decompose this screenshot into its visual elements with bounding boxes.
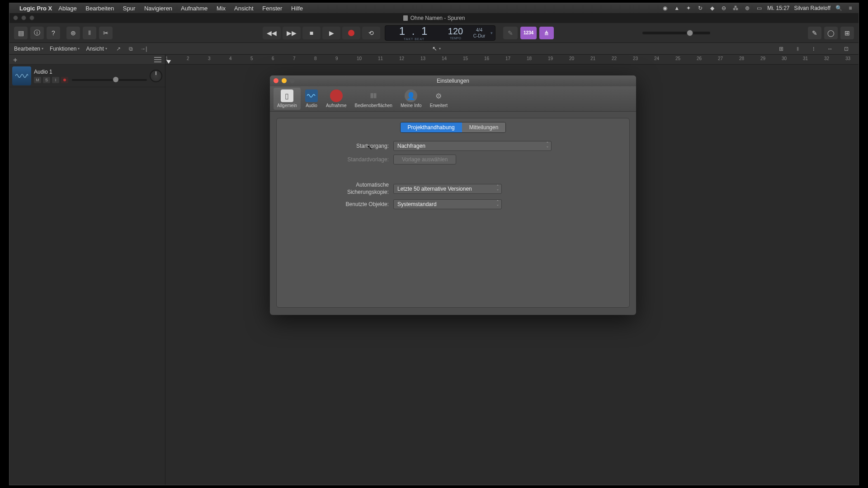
count-in-button[interactable]: 1234 bbox=[520, 27, 537, 39]
menu-extras-icon[interactable]: ≡ bbox=[847, 5, 854, 11]
flex-icon[interactable]: ⧉ bbox=[126, 45, 136, 53]
subtab-projekthandhabung[interactable]: Projekthandhabung bbox=[401, 122, 462, 132]
window-title: Ohne Namen - Spuren bbox=[410, 15, 465, 21]
editors-button[interactable]: ✂ bbox=[99, 27, 113, 39]
stop-button[interactable]: ■ bbox=[302, 27, 321, 39]
lcd-tempo[interactable]: 120 bbox=[443, 26, 468, 37]
smart-controls-button[interactable]: ⊚ bbox=[66, 27, 80, 39]
menu-navigieren[interactable]: Navigieren bbox=[144, 5, 172, 12]
status-icon[interactable]: ▲ bbox=[673, 5, 680, 11]
window-zoom[interactable] bbox=[29, 15, 34, 20]
catch-icon[interactable]: →| bbox=[139, 45, 149, 53]
rewind-button[interactable]: ◀◀ bbox=[263, 27, 281, 39]
status-icon[interactable]: ↻ bbox=[697, 5, 704, 11]
menu-bar: Logic Pro X Ablage Bearbeiten Spur Navig… bbox=[9, 3, 859, 13]
snap-icon[interactable]: ↔ bbox=[825, 45, 835, 53]
mute-button[interactable]: M bbox=[34, 77, 41, 83]
select-startvorgang[interactable]: Nachfragen bbox=[393, 141, 552, 151]
menu-ansicht[interactable]: Ansicht bbox=[234, 5, 254, 12]
automation-icon[interactable]: ↗ bbox=[113, 45, 123, 53]
track-volume-slider[interactable] bbox=[72, 79, 147, 81]
subtab-segmented-control[interactable]: Projekthandhabung Mitteilungen bbox=[400, 122, 506, 133]
solo-button[interactable]: S bbox=[43, 77, 50, 83]
status-icon[interactable]: ◉ bbox=[661, 5, 669, 11]
select-sicherungskopie[interactable]: Letzte 50 alternative Versionen bbox=[393, 184, 502, 194]
snap-icon[interactable]: ⫴ bbox=[793, 45, 802, 53]
snap-icon[interactable]: ⫶ bbox=[809, 45, 819, 53]
tab-allgemein[interactable]: ▯ Allgemein bbox=[274, 88, 301, 110]
loops-button[interactable]: ◯ bbox=[824, 27, 838, 39]
record-enable-button[interactable] bbox=[61, 77, 68, 83]
menubar-user[interactable]: Silvan Radeloff bbox=[794, 5, 831, 11]
browser-button[interactable]: ⊞ bbox=[840, 27, 854, 39]
tab-aufnahme[interactable]: Aufnahme bbox=[322, 88, 350, 110]
window-close[interactable] bbox=[13, 15, 18, 20]
status-icon[interactable]: ◆ bbox=[708, 5, 716, 11]
prefs-close-button[interactable] bbox=[274, 78, 278, 83]
cycle-button[interactable]: ⟲ bbox=[362, 27, 380, 39]
pan-knob[interactable] bbox=[150, 70, 162, 82]
tab-meine-info[interactable]: 👤 Meine Info bbox=[397, 88, 425, 110]
menu-bearbeiten[interactable]: Bearbeiten bbox=[85, 5, 114, 12]
forward-button[interactable]: ▶▶ bbox=[283, 27, 301, 39]
prefs-minimize-button[interactable] bbox=[282, 78, 287, 83]
tab-audio[interactable]: Audio bbox=[302, 88, 321, 110]
app-menu[interactable]: Logic Pro X bbox=[19, 5, 52, 12]
menu-mix[interactable]: Mix bbox=[217, 5, 226, 12]
play-button[interactable]: ▶ bbox=[322, 27, 340, 39]
button-vorlage-auswaehlen[interactable]: Vorlage auswählen bbox=[393, 155, 456, 164]
metronome-button[interactable]: ✎ bbox=[503, 27, 518, 39]
lcd-display[interactable]: 1 . 1 TAKT BEAT 120 TEMPO 4/4 C-Dur ▾ bbox=[385, 25, 495, 41]
track-name[interactable]: Audio 1 bbox=[34, 69, 147, 75]
record-icon bbox=[330, 89, 343, 102]
pointer-tool-icon[interactable]: ↖ bbox=[432, 45, 437, 52]
library-button[interactable]: ▤ bbox=[14, 27, 28, 39]
lcd-menu-icon[interactable]: ▾ bbox=[491, 31, 495, 35]
view-menu[interactable]: Ansicht bbox=[86, 46, 107, 52]
menu-fenster[interactable]: Fenster bbox=[262, 5, 282, 12]
lcd-key[interactable]: C-Dur bbox=[468, 33, 491, 38]
select-benutzte-objekte[interactable]: Systemstandard bbox=[393, 199, 502, 209]
menu-aufnahme[interactable]: Aufnahme bbox=[181, 5, 208, 12]
track-row[interactable]: Audio 1 M S I bbox=[9, 65, 165, 87]
preferences-titlebar[interactable]: Einstellungen bbox=[270, 75, 636, 86]
ruler-tick: 22 bbox=[612, 56, 617, 61]
timeline-ruler[interactable]: 1234567891011121314151617181920212223242… bbox=[165, 55, 859, 65]
add-track-button[interactable]: + bbox=[13, 56, 22, 63]
audio-icon bbox=[305, 89, 318, 102]
menu-hilfe[interactable]: Hilfe bbox=[291, 5, 303, 12]
input-monitor-button[interactable]: I bbox=[52, 77, 59, 83]
lcd-signature[interactable]: 4/4 bbox=[468, 28, 491, 33]
notepad-button[interactable]: ✎ bbox=[808, 27, 821, 39]
window-minimize[interactable] bbox=[21, 15, 26, 20]
slider-thumb[interactable] bbox=[687, 30, 693, 36]
track-header-config-icon[interactable] bbox=[154, 57, 161, 62]
ruler-tick: 14 bbox=[442, 56, 447, 61]
tuner-button[interactable]: ⋔ bbox=[539, 27, 554, 39]
menu-spur[interactable]: Spur bbox=[123, 5, 135, 12]
record-button[interactable] bbox=[342, 27, 360, 39]
snap-icon[interactable]: ⊞ bbox=[776, 45, 786, 53]
subtab-mitteilungen[interactable]: Mitteilungen bbox=[462, 122, 506, 132]
mixer-button[interactable]: ⫴ bbox=[83, 27, 96, 39]
edit-menu[interactable]: Bearbeiten bbox=[14, 46, 43, 52]
search-icon[interactable]: 🔍 bbox=[835, 5, 842, 11]
preferences-window: Einstellungen ▯ Allgemein Audio Aufnahme… bbox=[270, 75, 636, 315]
inspector-button[interactable]: ⓘ bbox=[30, 27, 44, 39]
functions-menu[interactable]: Funktionen bbox=[50, 46, 80, 52]
general-icon: ▯ bbox=[281, 89, 293, 102]
menubar-clock[interactable]: Mi. 15:27 bbox=[767, 5, 789, 11]
tab-erweitert[interactable]: ⚙ Erweitert bbox=[426, 88, 451, 110]
display-icon[interactable]: ▭ bbox=[755, 5, 763, 11]
status-icon[interactable]: ⊖ bbox=[720, 5, 727, 11]
master-volume-slider[interactable] bbox=[642, 32, 710, 34]
quickhelp-button[interactable]: ? bbox=[47, 27, 60, 39]
wifi-icon[interactable]: ⊚ bbox=[744, 5, 751, 11]
tab-bedienoberflaechen[interactable]: ⫴⫴ Bedienoberflächen bbox=[351, 88, 396, 110]
status-icon[interactable]: ⁂ bbox=[732, 5, 739, 11]
menu-ablage[interactable]: Ablage bbox=[58, 5, 76, 12]
tool-menu-chevron-icon[interactable]: ▾ bbox=[439, 47, 441, 51]
ruler-tick: 29 bbox=[760, 56, 765, 61]
snap-icon[interactable]: ⊡ bbox=[841, 45, 851, 53]
status-icon[interactable]: ✦ bbox=[685, 5, 692, 11]
